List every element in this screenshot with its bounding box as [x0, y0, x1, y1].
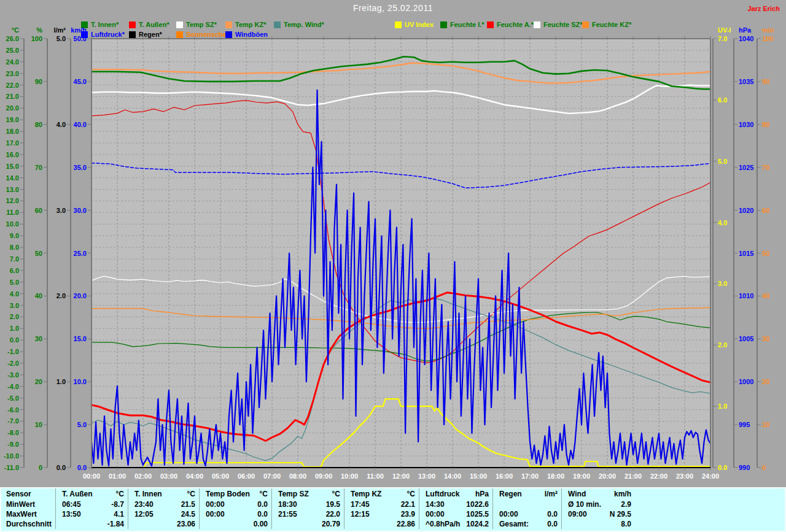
svg-text:30.0: 30.0 [74, 207, 87, 214]
svg-text:08:00: 08:00 [289, 472, 306, 480]
axis-uvi: 7.06.05.04.03.02.01.00.0UV-I [713, 26, 731, 471]
cell-time: Ø 10 min. [568, 499, 601, 509]
svg-text:90: 90 [35, 78, 42, 85]
table-cell-wind: Windkm/h [561, 488, 635, 499]
cell-value: 23.06 [177, 519, 195, 529]
svg-text:09:00: 09:00 [315, 472, 332, 480]
svg-text:15.0: 15.0 [6, 163, 19, 170]
svg-text:10: 10 [35, 421, 42, 428]
cell-time: 14:30 [426, 499, 445, 509]
table-cell-t-aussen: 13:504.1 [55, 509, 128, 519]
table-cell-temp-boden: 00:000.0 [199, 509, 271, 519]
svg-text:1030: 1030 [739, 121, 753, 128]
cell-time: Temp KZ [351, 488, 381, 499]
svg-text:4.0: 4.0 [718, 219, 727, 226]
svg-text:1000: 1000 [739, 378, 753, 385]
cell-value: 8.0 [621, 519, 631, 529]
cell-value: °C [187, 488, 195, 499]
cell-time: 13:50 [62, 509, 81, 519]
cell-value: 21.5 [181, 499, 195, 509]
svg-text:1015: 1015 [739, 250, 753, 257]
svg-text:1035: 1035 [739, 78, 753, 85]
svg-text:995: 995 [739, 421, 750, 428]
svg-text:40: 40 [35, 292, 42, 299]
cell-time: 23:40 [134, 499, 154, 509]
table-cell-luftdruck: LuftdruckhPa [419, 488, 492, 499]
svg-text:10.0: 10.0 [6, 220, 19, 228]
svg-text:1005: 1005 [739, 335, 753, 342]
cell-value: 1024.2 [466, 519, 489, 529]
svg-text:-5.0: -5.0 [7, 395, 19, 402]
table-cell-t-innen: 23:4021.5 [128, 499, 199, 509]
svg-text:07:00: 07:00 [263, 472, 281, 480]
svg-text:5.0: 5.0 [718, 158, 727, 165]
svg-text:2.0: 2.0 [10, 313, 19, 320]
svg-text:19:00: 19:00 [573, 472, 590, 480]
cell-value: 1025.5 [466, 509, 489, 519]
cell-value: -1.84 [107, 519, 124, 529]
svg-text:70: 70 [35, 164, 42, 171]
svg-text:01:00: 01:00 [109, 472, 126, 480]
svg-text:10.0: 10.0 [74, 378, 87, 385]
svg-text:100: 100 [31, 35, 42, 42]
svg-text:0: 0 [762, 464, 766, 471]
axis-kmh: 50.045.040.035.030.025.020.015.010.05.00… [71, 26, 91, 471]
svg-text:2.0: 2.0 [56, 292, 66, 299]
svg-text:45.0: 45.0 [74, 78, 87, 85]
table-cell-luftdruck: 14:301022.6 [419, 499, 492, 509]
svg-text:16:00: 16:00 [496, 472, 513, 480]
table-cell-wind: 8.0 [561, 519, 635, 529]
svg-text:hPa: hPa [739, 26, 752, 34]
svg-text:100: 100 [762, 35, 773, 42]
cell-value: 0.0 [257, 509, 268, 519]
table-row-minwert: MinWert06:45-8.723:4021.500:000.018:3019… [1, 499, 785, 509]
svg-text:15:00: 15:00 [470, 472, 487, 480]
svg-text:14.0: 14.0 [6, 174, 19, 182]
table-cell-luftdruck: ^0.8hPa/h1024.2 [419, 519, 492, 529]
table-cell-t-aussen: 06:45-8.7 [55, 499, 128, 509]
cell-time: 09:00 [568, 509, 587, 519]
cell-time: Regen [499, 488, 522, 499]
svg-text:7.0: 7.0 [10, 255, 19, 263]
svg-text:20: 20 [35, 378, 42, 385]
svg-text:°C: °C [12, 26, 19, 34]
svg-text:25.0: 25.0 [6, 47, 19, 54]
svg-text:06:00: 06:00 [238, 472, 255, 480]
svg-text:60: 60 [762, 207, 769, 214]
svg-text:UV-I: UV-I [718, 26, 731, 34]
table-cell-temp-boden: 0.00 [199, 519, 271, 529]
svg-text:12.0: 12.0 [6, 197, 19, 204]
cell-value: 0.0 [257, 499, 268, 509]
cell-value: 1022.6 [466, 499, 489, 509]
cell-value: 22.0 [326, 509, 340, 519]
svg-text:23.0: 23.0 [6, 70, 19, 77]
table-cell-temp-sz: 18:3019.5 [271, 499, 344, 509]
axis-hpa: 1040103510301025102010151010100510009959… [734, 26, 753, 471]
svg-text:3.0: 3.0 [10, 302, 19, 309]
table-cell-t-aussen: -1.84 [55, 519, 128, 529]
cell-value: 23.9 [401, 509, 415, 519]
svg-text:03:00: 03:00 [160, 472, 177, 480]
table-cell-luftdruck: 00:001025.5 [419, 509, 492, 519]
svg-text:16.0: 16.0 [6, 151, 19, 158]
svg-text:17.0: 17.0 [6, 139, 19, 147]
table-cell-wind: 09:00N 29.5 [561, 509, 635, 519]
svg-text:6.0: 6.0 [10, 267, 19, 274]
row-header: Durchschnitt [1, 519, 55, 529]
svg-text:-11.0: -11.0 [4, 464, 19, 471]
svg-text:18.0: 18.0 [6, 128, 19, 135]
table-row-durchschnitt: Durchschnitt-1.8423.060.0020.7922.86^0.8… [1, 519, 785, 529]
table-cell-regen: Regenl/m² [492, 488, 561, 499]
svg-text:20: 20 [762, 378, 769, 385]
cell-value: 19.5 [326, 499, 340, 509]
table-cell-temp-kz: 22.86 [344, 519, 419, 529]
cell-value: °C [116, 488, 124, 499]
cell-time: Wind [568, 488, 586, 499]
svg-text:3.0: 3.0 [718, 280, 727, 287]
svg-text:25.0: 25.0 [74, 250, 87, 257]
cell-value: hPa [475, 488, 489, 499]
cell-time: Temp SZ [278, 488, 309, 499]
cell-time: 21:55 [278, 509, 297, 519]
svg-text:18:00: 18:00 [547, 472, 564, 480]
svg-text:-7.0: -7.0 [7, 417, 19, 425]
